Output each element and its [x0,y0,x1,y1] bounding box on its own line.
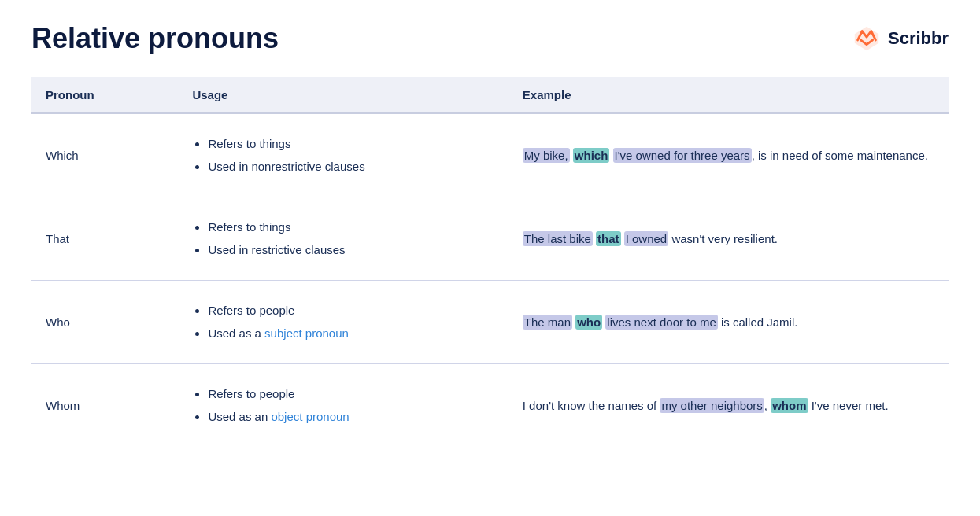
highlight-teal-who: who [575,315,602,330]
table-row: Whom Refers to people Used as an object … [31,364,949,448]
example-text-that: The last bike that I owned wasn't very r… [523,231,778,246]
highlight-purple-who-2: lives next door to me [605,315,717,330]
logo: Scribbr [852,24,949,53]
highlight-purple-2: I've owned for three years [613,148,752,163]
header-example: Example [508,77,949,113]
table-row: Which Refers to things Used in nonrestri… [31,113,949,197]
usage-whom: Refers to people Used as an object prono… [178,364,508,448]
highlight-purple-whom: my other neighbors [660,398,764,413]
header-pronoun: Pronoun [31,77,178,113]
pronoun-that: That [31,197,178,281]
header-usage: Usage [178,77,508,113]
pronoun-whom: Whom [31,364,178,448]
list-item: Refers to people [208,383,494,406]
example-which: My bike, which I've owned for three year… [508,113,949,197]
list-item: Used in restrictive clauses [208,239,494,262]
table-body: Which Refers to things Used in nonrestri… [31,113,949,447]
pronoun-who: Who [31,281,178,364]
pronoun-table: Pronoun Usage Example Which Refers to th… [31,77,949,447]
table-row: Who Refers to people Used as a subject p… [31,281,949,364]
usage-that: Refers to things Used in restrictive cla… [178,197,508,281]
list-item: Used in nonrestrictive clauses [208,156,494,179]
highlight-purple-who: The man [523,315,572,330]
subject-pronoun-link[interactable]: subject pronoun [264,326,349,340]
example-who: The man who lives next door to me is cal… [508,281,949,364]
highlight-teal-which: which [573,148,610,163]
page-wrapper: Relative pronouns Scribbr Pronoun Usage … [0,0,980,463]
table-header-row: Pronoun Usage Example [31,77,949,113]
list-item: Refers to people [208,300,494,322]
example-text-who: The man who lives next door to me is cal… [523,315,798,330]
pronoun-which: Which [31,113,178,197]
logo-text: Scribbr [888,28,949,49]
example-text-which: My bike, which I've owned for three year… [523,148,928,163]
example-text-whom: I don't know the names of my other neigh… [523,398,889,413]
table-row: That Refers to things Used in restrictiv… [31,197,949,281]
highlight-purple-that: The last bike [523,231,593,246]
highlight-teal-that: that [596,231,621,246]
header: Relative pronouns Scribbr [31,22,949,55]
usage-list-who: Refers to people Used as a subject prono… [192,300,494,345]
example-whom: I don't know the names of my other neigh… [508,364,949,448]
table-head: Pronoun Usage Example [31,77,949,113]
list-item: Refers to things [208,133,494,156]
list-item: Used as a subject pronoun [208,322,494,345]
highlight-teal-whom: whom [771,398,808,413]
usage-who: Refers to people Used as a subject prono… [178,281,508,364]
highlight-purple: My bike, [523,148,570,163]
scribbr-logo-icon [852,24,882,53]
usage-list-which: Refers to things Used in nonrestrictive … [192,133,494,178]
usage-which: Refers to things Used in nonrestrictive … [178,113,508,197]
object-pronoun-link[interactable]: object pronoun [271,410,349,423]
usage-list-that: Refers to things Used in restrictive cla… [192,216,494,261]
page-title: Relative pronouns [31,22,279,55]
highlight-purple-that-2: I owned [624,231,669,246]
list-item: Used as an object pronoun [208,406,494,429]
example-that: The last bike that I owned wasn't very r… [508,197,949,281]
usage-list-whom: Refers to people Used as an object prono… [192,383,494,428]
list-item: Refers to things [208,216,494,239]
